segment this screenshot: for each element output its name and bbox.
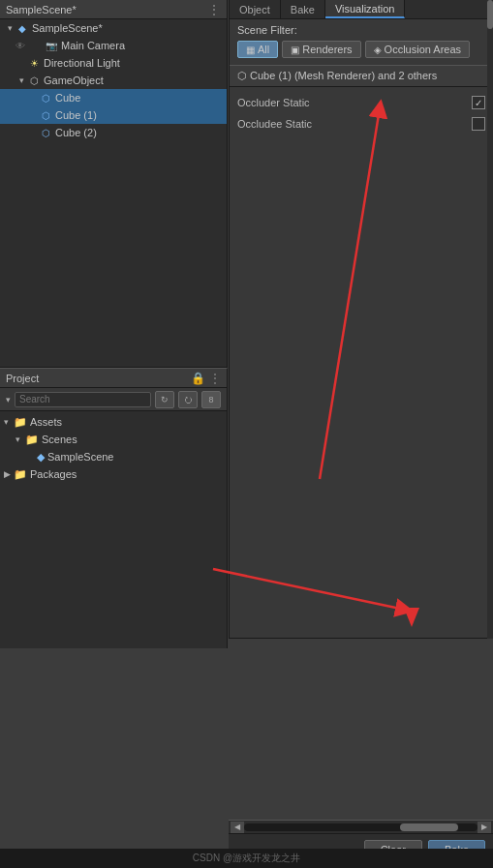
occludee-static-label: Occludee Static bbox=[237, 118, 472, 130]
hierarchy-header: SampleScene* ⋮ bbox=[0, 0, 227, 19]
project-lock-icon[interactable]: 🔒 bbox=[191, 372, 205, 385]
watermark-text: CSDN @游戏开发龙之井 bbox=[193, 852, 300, 865]
filter-all-button[interactable]: ▦ All bbox=[237, 41, 278, 58]
right-scrollbar[interactable] bbox=[487, 0, 493, 639]
tree-item-gameobject[interactable]: ▾ ⬡ GameObject bbox=[0, 72, 227, 89]
folder-assets[interactable]: ▾ 📁 Assets bbox=[0, 413, 227, 431]
scroll-right-arrow[interactable]: ▶ bbox=[478, 822, 491, 833]
cube2-icon: ⬡ bbox=[39, 126, 52, 139]
scroll-thumb[interactable] bbox=[400, 823, 458, 831]
right-panel: Object Bake Visualization Scene Filter: … bbox=[229, 0, 493, 639]
content-row: ⬡ Cube (1) (Mesh Renderer) and 2 others bbox=[230, 65, 493, 87]
scenes-arrow: ▾ bbox=[15, 434, 25, 444]
badge-icon[interactable]: 8 bbox=[201, 391, 221, 408]
light-icon: ☀ bbox=[27, 56, 41, 70]
project-samplescene[interactable]: ◆ SampleScene bbox=[0, 448, 227, 465]
occluder-static-row: Occluder Static bbox=[237, 93, 485, 112]
scene-icon: ◆ bbox=[15, 21, 29, 35]
camera-icon: 📷 bbox=[45, 39, 58, 52]
cube1-icon: ⬡ bbox=[39, 108, 52, 122]
renderers-label: Renderers bbox=[302, 44, 352, 55]
project-toolbar: ▾ ↻ ⭮ 8 bbox=[0, 388, 227, 411]
filter-buttons: ▦ All ▣ Renderers ◈ Occlusion Areas bbox=[230, 39, 493, 60]
folder-packages[interactable]: ▶ 📁 Packages bbox=[0, 465, 227, 483]
scroll-track bbox=[244, 823, 478, 831]
horizontal-scrollbar[interactable]: ◀ ▶ bbox=[229, 821, 493, 834]
scroll-left-arrow[interactable]: ◀ bbox=[231, 822, 244, 833]
search-input[interactable] bbox=[15, 392, 151, 407]
packages-arrow: ▶ bbox=[4, 469, 14, 479]
gameobject-label: GameObject bbox=[44, 75, 104, 86]
tree-item-directional-light[interactable]: ☀ Directional Light bbox=[0, 54, 227, 72]
scrollbar-thumb[interactable] bbox=[487, 0, 493, 29]
hierarchy-title: SampleScene* bbox=[6, 4, 77, 15]
main-camera-label: Main Camera bbox=[61, 40, 125, 51]
tab-object[interactable]: Object bbox=[230, 0, 281, 18]
watermark: CSDN @游戏开发龙之井 bbox=[0, 849, 493, 868]
arrow-icon: ▾ bbox=[15, 75, 27, 85]
project-tree: ▾ 📁 Assets ▾ 📁 Scenes ◆ SampleScene ▶ 📁 … bbox=[0, 411, 227, 485]
tree-item-scene[interactable]: ▾ ◆ SampleScene* bbox=[0, 19, 227, 37]
tabs-row: Object Bake Visualization bbox=[230, 0, 493, 19]
tree-item-main-camera[interactable]: 👁 📷 Main Camera bbox=[0, 37, 227, 54]
packages-label: Packages bbox=[30, 468, 77, 480]
assets-folder-icon: 📁 bbox=[14, 416, 27, 429]
all-label: All bbox=[258, 44, 269, 55]
tree-item-cube2[interactable]: ⬡ Cube (2) bbox=[0, 124, 227, 141]
arrow-icon: ▾ bbox=[4, 23, 15, 33]
scenes-folder-icon: 📁 bbox=[25, 434, 39, 446]
occluder-static-checkbox[interactable] bbox=[472, 96, 485, 109]
packages-folder-icon: 📁 bbox=[14, 468, 27, 481]
cube1-label: Cube (1) bbox=[55, 109, 97, 121]
properties-section: Occluder Static Occludee Static bbox=[230, 87, 493, 141]
dropdown-arrow-icon: ▾ bbox=[6, 395, 11, 404]
refresh-icon[interactable]: ↻ bbox=[155, 391, 174, 408]
star-icon[interactable]: ⭮ bbox=[178, 391, 198, 408]
samplescene-icon: ◆ bbox=[37, 451, 45, 464]
samplescene-label: SampleScene bbox=[47, 451, 114, 463]
project-panel: Project 🔒 ⋮ ▾ ↻ ⭮ 8 ▾ 📁 Assets ▾ 📁 Scene… bbox=[0, 368, 228, 648]
occludee-static-checkbox[interactable] bbox=[472, 117, 485, 131]
cube-label: Cube bbox=[55, 92, 80, 104]
tree-item-cube1[interactable]: ⬡ Cube (1) bbox=[0, 106, 227, 124]
directional-light-label: Directional Light bbox=[44, 57, 120, 69]
eye-icon: 👁 bbox=[15, 41, 31, 51]
tab-bake[interactable]: Bake bbox=[281, 0, 325, 18]
scene-filter-label: Scene Filter: bbox=[230, 19, 493, 39]
assets-label: Assets bbox=[30, 416, 62, 428]
scene-label: SampleScene* bbox=[32, 22, 103, 34]
hierarchy-panel: SampleScene* ⋮ ▾ ◆ SampleScene* 👁 📷 Main… bbox=[0, 0, 228, 368]
gameobj-icon: ⬡ bbox=[27, 74, 41, 87]
occlusion-label: Occlusion Areas bbox=[385, 44, 461, 55]
hierarchy-menu-icon[interactable]: ⋮ bbox=[207, 2, 221, 17]
occlusion-icon: ◈ bbox=[374, 45, 382, 55]
filter-occlusion-button[interactable]: ◈ Occlusion Areas bbox=[365, 41, 470, 58]
renderers-icon: ▣ bbox=[291, 45, 299, 55]
content-title: ⬡ Cube (1) (Mesh Renderer) and 2 others bbox=[237, 70, 485, 82]
tab-visualization[interactable]: Visualization bbox=[325, 0, 406, 18]
cube-icon: ⬡ bbox=[39, 91, 52, 105]
assets-arrow: ▾ bbox=[4, 417, 14, 427]
scenes-label: Scenes bbox=[42, 434, 77, 445]
filter-renderers-button[interactable]: ▣ Renderers bbox=[282, 41, 360, 58]
occluder-static-label: Occluder Static bbox=[237, 97, 472, 108]
project-header: Project 🔒 ⋮ bbox=[0, 369, 227, 388]
project-menu-icon[interactable]: ⋮ bbox=[209, 372, 221, 385]
folder-scenes[interactable]: ▾ 📁 Scenes bbox=[0, 431, 227, 448]
tree-item-cube[interactable]: ⬡ Cube bbox=[0, 89, 227, 106]
all-icon: ▦ bbox=[246, 45, 255, 55]
occludee-static-row: Occludee Static bbox=[237, 114, 485, 134]
cube2-label: Cube (2) bbox=[55, 127, 97, 138]
project-title: Project bbox=[6, 373, 39, 384]
